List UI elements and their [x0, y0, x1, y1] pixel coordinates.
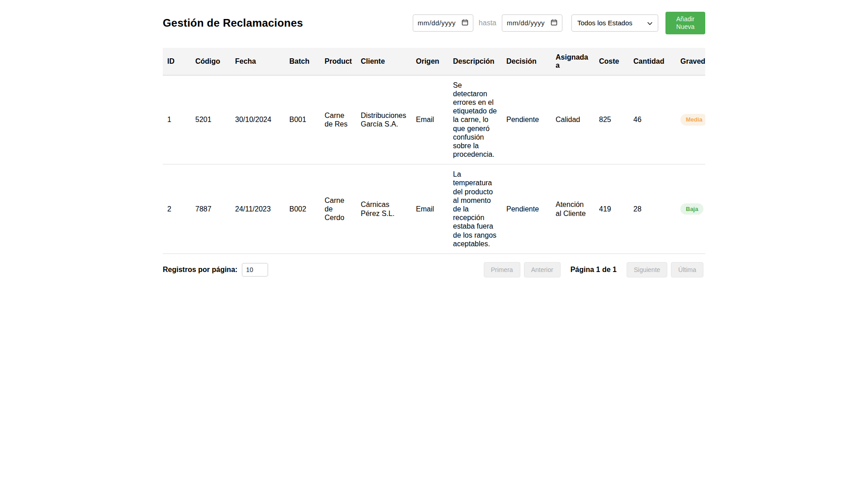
column-header-asignada: Asignada a	[551, 48, 594, 75]
severity-badge: Baja	[680, 203, 703, 215]
cell-product: Carne de Cerdo	[320, 164, 356, 254]
cell-fecha: 30/10/2024	[231, 75, 285, 164]
table-header-row: ID Código Fecha Batch Product Cliente Or…	[163, 48, 705, 75]
filter-controls: mm/dd/yyyy hasta mm/dd/yyyy	[413, 12, 705, 34]
severity-badge: Media	[680, 114, 705, 126]
column-header-fecha: Fecha	[231, 48, 285, 75]
pagination-prev-button[interactable]: Anterior	[524, 262, 561, 277]
date-to-input[interactable]: mm/dd/yyyy	[502, 14, 562, 32]
cell-descripcion: La temperatura del producto al momento d…	[448, 164, 502, 254]
pagination-next-button[interactable]: Siguiente	[627, 262, 667, 277]
cell-decision: Pendiente	[502, 75, 551, 164]
date-to-placeholder: mm/dd/yyyy	[507, 19, 545, 27]
cell-coste: 825	[594, 75, 629, 164]
column-header-coste: Coste	[594, 48, 629, 75]
table-row: 2 7887 24/11/2023 B002 Carne de Cerdo Cá…	[163, 164, 705, 254]
column-header-decision: Decisión	[502, 48, 551, 75]
cell-gravedad: Baja	[676, 164, 705, 254]
column-header-gravedad: Gravedad	[676, 48, 705, 75]
page-title: Gestión de Reclamaciones	[163, 17, 303, 29]
calendar-icon[interactable]	[462, 19, 468, 27]
cell-cantidad: 28	[629, 164, 676, 254]
cell-batch: B002	[285, 164, 320, 254]
status-filter-value: Todos los Estados	[577, 19, 632, 27]
column-header-id: ID	[163, 48, 191, 75]
cell-id: 1	[163, 75, 191, 164]
column-header-descripcion: Descripción	[448, 48, 502, 75]
cell-fecha: 24/11/2023	[231, 164, 285, 254]
cell-asignada: Atención al Cliente	[551, 164, 594, 254]
records-per-page-input[interactable]	[242, 263, 268, 277]
pagination-last-button[interactable]: Última	[671, 262, 703, 277]
cell-gravedad: Media	[676, 75, 705, 164]
column-header-cantidad: Cantidad	[629, 48, 676, 75]
claims-table-container: ID Código Fecha Batch Product Cliente Or…	[163, 48, 705, 254]
table-row: 1 5201 30/10/2024 B001 Carne de Res Dist…	[163, 75, 705, 164]
column-header-origen: Origen	[411, 48, 448, 75]
chevron-down-icon	[647, 19, 652, 27]
records-per-page-label: Registros por página:	[163, 266, 237, 274]
column-header-batch: Batch	[285, 48, 320, 75]
cell-descripcion: Se detectaron errores en el etiquetado d…	[448, 75, 502, 164]
column-header-cliente: Cliente	[356, 48, 411, 75]
claims-table: ID Código Fecha Batch Product Cliente Or…	[163, 48, 705, 254]
cell-decision: Pendiente	[502, 164, 551, 254]
top-bar: Gestión de Reclamaciones mm/dd/yyyy hast…	[163, 12, 705, 34]
cell-asignada: Calidad	[551, 75, 594, 164]
date-from-input[interactable]: mm/dd/yyyy	[413, 14, 473, 32]
cell-batch: B001	[285, 75, 320, 164]
cell-product: Carne de Res	[320, 75, 356, 164]
cell-cliente: Cárnicas Pérez S.L.	[356, 164, 411, 254]
cell-codigo: 7887	[191, 164, 231, 254]
date-from-placeholder: mm/dd/yyyy	[418, 19, 456, 27]
cell-coste: 419	[594, 164, 629, 254]
column-header-product: Product	[320, 48, 356, 75]
pagination: Primera Anterior Página 1 de 1 Siguiente…	[482, 262, 705, 277]
cell-codigo: 5201	[191, 75, 231, 164]
pagination-first-button[interactable]: Primera	[484, 262, 520, 277]
claims-page: Gestión de Reclamaciones mm/dd/yyyy hast…	[163, 0, 705, 277]
records-per-page: Registros por página:	[163, 263, 268, 277]
status-filter-select[interactable]: Todos los Estados	[571, 14, 658, 32]
cell-cantidad: 46	[629, 75, 676, 164]
date-range-separator-label: hasta	[479, 19, 496, 27]
cell-origen: Email	[411, 75, 448, 164]
calendar-icon[interactable]	[551, 19, 557, 27]
table-footer: Registros por página: Primera Anterior P…	[163, 262, 705, 277]
column-header-codigo: Código	[191, 48, 231, 75]
cell-id: 2	[163, 164, 191, 254]
cell-cliente: Distribuciones García S.A.	[356, 75, 411, 164]
add-new-button[interactable]: Añadir Nueva	[665, 12, 705, 34]
cell-origen: Email	[411, 164, 448, 254]
page-info-label: Página 1 de 1	[571, 266, 617, 274]
